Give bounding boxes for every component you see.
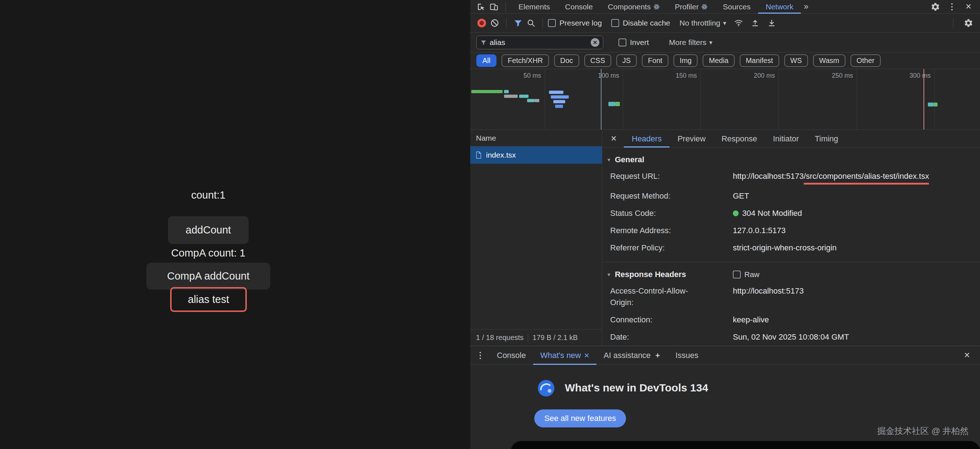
spark-icon — [654, 352, 661, 359]
preserve-log-checkbox[interactable] — [548, 19, 556, 27]
devtools-panel: Elements Console Components Profiler Sou… — [470, 0, 980, 449]
filter-input-wrap: × — [476, 36, 603, 49]
import-har-icon[interactable] — [749, 16, 762, 30]
request-row-index-tsx[interactable]: index.tsx — [470, 146, 602, 164]
more-tabs-icon[interactable]: » — [801, 2, 811, 11]
network-conditions-icon[interactable] — [732, 16, 745, 30]
see-all-new-features-button[interactable]: See all new features — [534, 409, 626, 427]
status-green-dot — [733, 210, 738, 216]
divider — [602, 262, 980, 262]
general-section-header[interactable]: ▼ General — [602, 152, 980, 168]
compa-count-label: CompA count: 1 — [0, 247, 417, 259]
devtools-close-icon[interactable]: × — [962, 0, 975, 13]
chevron-down-icon: ▾ — [709, 39, 712, 46]
drawer: Console What's new × AI assistance Issue… — [470, 346, 980, 449]
chevron-down-icon: ▾ — [723, 19, 726, 27]
disable-cache-checkbox[interactable] — [611, 19, 619, 27]
bottom-overlay — [511, 441, 980, 449]
kv-referrer-policy: Referrer Policy: strict-origin-when-cros… — [602, 239, 980, 256]
react-atom-icon — [653, 3, 660, 10]
tab-network[interactable]: Network — [758, 0, 801, 14]
type-filter-bar: All Fetch/XHR Doc CSS JS Font Img Media … — [470, 53, 980, 69]
divider — [953, 18, 953, 28]
tab-timing[interactable]: Timing — [807, 130, 846, 148]
details-panel: × Headers Preview Response Initiator Tim… — [602, 130, 980, 346]
request-summary: 1 / 18 requests 179 B / 2.1 kB — [470, 329, 602, 346]
drawer-tab-whats-new[interactable]: What's new × — [533, 346, 597, 365]
raw-checkbox[interactable] — [733, 271, 741, 279]
url-annotation: /src/components/alias-test/index.tsx — [804, 170, 929, 185]
tab-preview[interactable]: Preview — [670, 130, 713, 148]
drawer-tab-issues[interactable]: Issues — [668, 346, 706, 365]
invert-label: Invert — [630, 38, 649, 47]
pill-img[interactable]: Img — [673, 54, 698, 67]
throttling-dropdown[interactable]: No throttling ▾ — [679, 19, 726, 27]
pill-js[interactable]: JS — [616, 54, 637, 67]
pill-all[interactable]: All — [476, 54, 496, 67]
alias-test-button[interactable]: alias test — [170, 287, 247, 312]
pill-css[interactable]: CSS — [584, 54, 611, 67]
filter-icon[interactable] — [512, 16, 525, 30]
kv-request-url: Request URL: http://localhost:5173/src/c… — [602, 168, 980, 188]
record-icon[interactable] — [475, 16, 488, 30]
device-toolbar-icon[interactable] — [487, 0, 500, 13]
devtools-tabbar: Elements Console Components Profiler Sou… — [470, 0, 980, 14]
whats-new-title: What's new in DevTools 134 — [565, 382, 708, 394]
pill-fetch-xhr[interactable]: Fetch/XHR — [501, 54, 549, 67]
whats-new-panel: What's new in DevTools 134 See all new f… — [470, 365, 980, 449]
drawer-close-icon[interactable]: × — [961, 349, 974, 362]
kv-connection: Connection: keep-alive — [602, 311, 980, 328]
network-settings-gear-icon[interactable] — [962, 16, 975, 30]
kv-date: Date: Sun, 02 Nov 2025 10:08:04 GMT — [602, 328, 980, 346]
export-har-icon[interactable] — [765, 16, 778, 30]
add-count-button[interactable]: addCount — [168, 216, 248, 244]
tab-response[interactable]: Response — [713, 130, 765, 148]
tab-profiler[interactable]: Profiler — [667, 0, 716, 14]
pill-font[interactable]: Font — [642, 54, 668, 67]
kv-remote-address: Remote Address: 127.0.0.1:5173 — [602, 222, 980, 239]
kebab-menu-icon[interactable] — [945, 0, 958, 13]
transferred-size: 179 B / 2.1 kB — [533, 333, 578, 342]
tab-headers[interactable]: Headers — [624, 130, 670, 148]
request-table: Name index.tsx 1 / 18 requests 179 B / 2… — [470, 130, 602, 346]
raw-label: Raw — [745, 270, 759, 279]
watermark: 掘金技术社区 @ 井柏然 — [877, 425, 969, 437]
invert-checkbox[interactable] — [619, 38, 626, 46]
response-headers-section-header[interactable]: ▼ Response Headers Raw — [602, 267, 980, 282]
filter-bar: × Invert More filters ▾ — [470, 33, 980, 53]
name-column-header[interactable]: Name — [470, 130, 602, 146]
drawer-kebab-icon[interactable] — [474, 349, 487, 362]
tab-elements[interactable]: Elements — [511, 0, 558, 14]
pill-wasm[interactable]: Wasm — [813, 54, 845, 67]
tab-close-icon[interactable]: × — [584, 350, 589, 360]
drawer-tabbar: Console What's new × AI assistance Issue… — [470, 346, 980, 365]
drawer-tab-ai-assistance[interactable]: AI assistance — [597, 346, 668, 365]
pill-doc[interactable]: Doc — [554, 54, 579, 67]
pill-media[interactable]: Media — [703, 54, 734, 67]
disable-cache-label: Disable cache — [623, 19, 670, 27]
details-close-icon[interactable]: × — [607, 132, 620, 145]
tab-initiator[interactable]: Initiator — [765, 130, 807, 148]
clear-icon[interactable] — [488, 16, 501, 30]
funnel-icon — [480, 39, 487, 46]
compa-add-count-button[interactable]: CompA addCount — [146, 263, 270, 290]
pill-manifest[interactable]: Manifest — [740, 54, 779, 67]
inspect-icon[interactable] — [474, 0, 487, 13]
tab-console[interactable]: Console — [558, 0, 600, 14]
search-icon[interactable] — [525, 16, 538, 30]
clear-filter-icon[interactable]: × — [591, 38, 599, 47]
triangle-icon: ▼ — [606, 272, 611, 277]
devtools-logo — [537, 379, 555, 399]
settings-gear-icon[interactable] — [929, 0, 942, 13]
waterfall-overview[interactable]: 50 ms 100 ms 150 ms 200 ms 250 ms 300 ms — [470, 69, 980, 130]
pill-other[interactable]: Other — [851, 54, 881, 67]
filter-input[interactable] — [490, 38, 588, 47]
waterfall-canvas — [470, 69, 980, 129]
kv-status-code: Status Code: 304 Not Modified — [602, 205, 980, 222]
tab-sources[interactable]: Sources — [715, 0, 758, 14]
pill-ws[interactable]: WS — [784, 54, 808, 67]
drawer-tab-console[interactable]: Console — [490, 346, 533, 365]
network-toolbar: Preserve log Disable cache No throttling… — [470, 14, 980, 33]
more-filters-dropdown[interactable]: More filters ▾ — [669, 38, 712, 47]
tab-components[interactable]: Components — [600, 0, 667, 14]
